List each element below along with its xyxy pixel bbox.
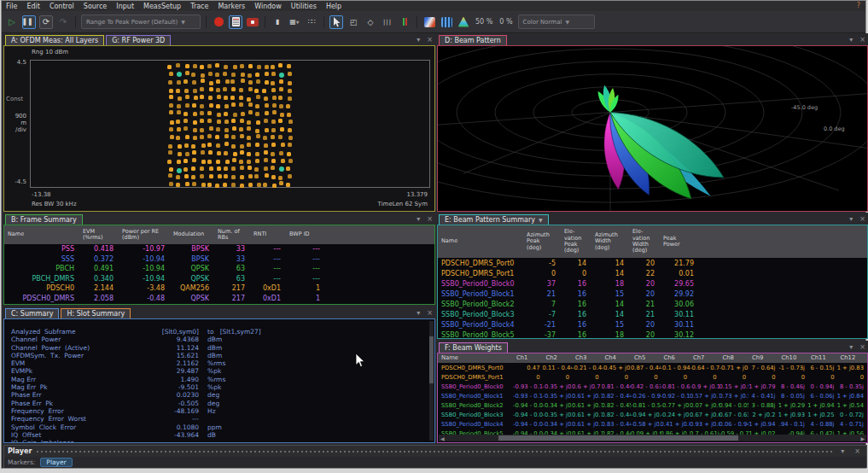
- tab-slot-summary[interactable]: H: Slot Summary: [61, 308, 131, 318]
- band-lines-icon[interactable]: |||: [381, 15, 394, 29]
- record-icon[interactable]: [212, 15, 225, 29]
- column-header[interactable]: Name: [438, 236, 523, 246]
- menu-item[interactable]: Utilities: [291, 3, 317, 10]
- table-row[interactable]: SSB0_Period0_Block4 -2116152030.11: [438, 319, 867, 330]
- table-row[interactable]: SSB0_Period0_Block2 -0.94 - 0.06j-0.34 +…: [438, 400, 867, 410]
- beam-pattern-plot[interactable]: -45.0 deg 0.0 deg: [437, 45, 868, 212]
- scrollbar-thumb[interactable]: [429, 336, 434, 383]
- tab-beam-weights[interactable]: F: Beam Weights: [439, 342, 508, 353]
- pause-icon[interactable]: ▌▌: [22, 15, 36, 29]
- scroll-right-icon[interactable]: ▶: [860, 435, 865, 441]
- trace-percent[interactable]: 0 %: [498, 18, 514, 26]
- table-row[interactable]: SSB0_Period0_Block1 -0.93 - 0.1j-0.35 + …: [438, 391, 867, 400]
- zoom-select-icon[interactable]: ◰: [347, 15, 360, 29]
- column-header[interactable]: Ele- vation Width (deg): [629, 227, 660, 255]
- close-icon[interactable]: ×: [852, 447, 863, 455]
- scroll-left-icon[interactable]: ◀: [440, 435, 445, 441]
- copy-screen-icon[interactable]: [229, 15, 242, 29]
- column-header[interactable]: BWP ID: [286, 230, 325, 239]
- column-header[interactable]: Ch2: [543, 355, 573, 362]
- column-header[interactable]: Ch9: [749, 355, 778, 362]
- zoom-percent[interactable]: 50 %: [474, 18, 494, 26]
- menu-item[interactable]: Source: [84, 3, 107, 10]
- column-header[interactable]: Ch10: [778, 355, 808, 362]
- panel-menu-icon[interactable]: ▾: [414, 309, 422, 317]
- column-header[interactable]: Name: [4, 230, 79, 239]
- grid-layout-icon[interactable]: ▦▼: [288, 15, 301, 29]
- column-header[interactable]: Peak Power: [660, 234, 699, 250]
- column-header[interactable]: RNTI: [250, 230, 286, 239]
- column-header[interactable]: Ch4: [602, 355, 632, 362]
- video-display-icon[interactable]: [246, 15, 259, 29]
- selection-arrow-icon[interactable]: [329, 15, 343, 29]
- panel-menu-icon[interactable]: ▾: [414, 215, 422, 223]
- restart-icon[interactable]: ⟳: [39, 15, 53, 29]
- column-header[interactable]: Num. of RBs: [214, 227, 250, 243]
- close-icon[interactable]: ×: [857, 36, 868, 44]
- dropdown-caret-icon[interactable]: ▼: [539, 217, 543, 223]
- tab-frame-summary[interactable]: B: Frame Summary: [5, 214, 83, 225]
- close-icon[interactable]: ×: [424, 309, 435, 317]
- column-header[interactable]: Azimuth Peak (deg): [523, 231, 561, 253]
- column-header[interactable]: EVM (%rms): [79, 227, 119, 243]
- column-header[interactable]: Azimuth Width (deg): [591, 231, 629, 253]
- table-row[interactable]: SSB0_Period0_Block1 2116152029.92: [438, 289, 867, 299]
- column-header[interactable]: Power per RE (dBm): [119, 227, 170, 243]
- table-row[interactable]: SSB0_Period0_Block0 -0.93 - 0.11j-0.35 +…: [438, 382, 867, 391]
- tab-beam-pattern[interactable]: D: Beam Pattern: [439, 35, 507, 45]
- marker-diamond-icon[interactable]: ◇: [364, 15, 377, 29]
- color-triangle-icon[interactable]: [457, 15, 470, 29]
- menu-item[interactable]: Input: [116, 3, 134, 10]
- column-header[interactable]: Ch1: [513, 355, 543, 362]
- table-row[interactable]: PDSCH0_DMRS_Port0 0.470.11 - 0.44j-0.21 …: [438, 363, 867, 372]
- plot-area[interactable]: [30, 60, 430, 188]
- player-timeline[interactable]: [37, 451, 833, 453]
- stacked-layout-icon[interactable]: ∷∷: [305, 15, 318, 29]
- table-row[interactable]: SSS0.372 -10.94BPSK 33--- ---: [4, 254, 434, 265]
- panel-menu-icon[interactable]: ▾: [838, 447, 847, 455]
- panel-menu-icon[interactable]: ▾: [847, 215, 855, 223]
- vertical-scrollbar[interactable]: [429, 321, 434, 441]
- menu-item[interactable]: Window: [254, 3, 282, 10]
- table-row[interactable]: PDSCH0_DMRS_Port1 000000000000: [438, 372, 867, 382]
- color-dropdown[interactable]: Color Normal ▼: [518, 15, 595, 29]
- close-icon[interactable]: ×: [424, 36, 435, 44]
- close-icon[interactable]: ×: [857, 215, 868, 223]
- menu-item[interactable]: File: [6, 3, 17, 10]
- column-header[interactable]: Ch12: [837, 355, 867, 362]
- table-row[interactable]: SSB0_Period0_Block5 -3716182030.12: [438, 330, 867, 339]
- single-step-icon[interactable]: ↷: [56, 15, 70, 29]
- column-header[interactable]: Ch5: [631, 355, 661, 362]
- column-header[interactable]: Ch3: [572, 355, 602, 362]
- table-row[interactable]: SSB0_Period0_Block3 -0.94 - 0.06j-0.35 +…: [438, 410, 867, 419]
- tab-beam-pattern-summary[interactable]: E: Beam Pattern Summary▼: [439, 214, 549, 225]
- band-markers-icon[interactable]: [398, 15, 411, 29]
- single-trace-icon[interactable]: ▮: [271, 15, 284, 29]
- menu-item[interactable]: MeasSetup: [143, 3, 181, 10]
- table-row[interactable]: SSB0_Period0_Block2 716142130.06: [438, 299, 867, 309]
- panel-menu-icon[interactable]: ▾: [414, 36, 422, 44]
- column-header[interactable]: Ch11: [807, 355, 837, 362]
- column-header[interactable]: Ch7: [690, 355, 719, 362]
- tab-rf-power-3d[interactable]: G: RF Power 3D: [106, 35, 171, 45]
- column-header[interactable]: Ch8: [719, 355, 749, 362]
- horizontal-scrollbar[interactable]: ◀ ▶: [439, 435, 866, 441]
- tab-ofdm-meas-all-layers[interactable]: A: OFDM Meas: All Layers: [5, 35, 104, 45]
- close-icon[interactable]: ×: [857, 343, 868, 351]
- column-header[interactable]: Ele- vation Peak (deg): [561, 227, 591, 255]
- column-header[interactable]: Ch6: [661, 355, 690, 362]
- scrollbar-thumb[interactable]: [498, 435, 738, 441]
- column-header[interactable]: Name: [438, 355, 513, 362]
- table-row[interactable]: PBCH0.491 -10.94QPSK 63--- ---: [4, 264, 434, 274]
- help-icon[interactable]: ?: [857, 2, 860, 9]
- menu-item[interactable]: Trace: [190, 3, 208, 10]
- close-icon[interactable]: ×: [424, 215, 435, 223]
- table-row[interactable]: PDSCH0_DMRS2.058 -0.48QPSK 2170xD1 1: [4, 294, 434, 304]
- table-row[interactable]: PDSCH0_DMRS_Port1 0014220.01: [438, 268, 867, 278]
- table-row[interactable]: SSB0_Period0_Block0 3716182029.65: [438, 278, 867, 289]
- table-row[interactable]: PBCH_DMRS0.340 -10.94QPSK 63--- ---: [4, 274, 434, 284]
- menu-item[interactable]: Help: [326, 3, 341, 10]
- table-row[interactable]: PSS0.418 -10.97BPSK 33--- ---: [4, 244, 434, 254]
- play-icon[interactable]: ▷: [5, 15, 19, 29]
- spectrogram-color-icon[interactable]: [422, 15, 436, 29]
